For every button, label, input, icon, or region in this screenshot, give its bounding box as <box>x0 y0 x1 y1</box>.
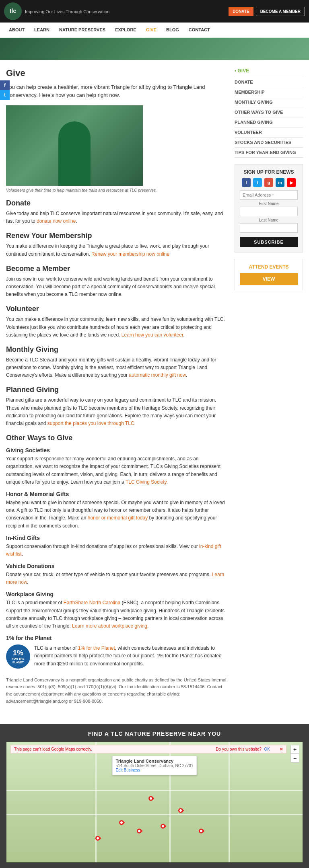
subscribe-button[interactable]: SUBSCRIBE <box>240 237 298 247</box>
giving-society-link[interactable]: TLC Giving Society <box>126 479 167 485</box>
attend-view-button[interactable]: VIEW <box>240 273 298 285</box>
section-text-donate: Give today and help TLC conserve importa… <box>6 210 227 225</box>
map-error: ✕ This page can't load Google Maps corre… <box>10 745 286 753</box>
renew-link[interactable]: Renew your membership now online <box>91 251 169 257</box>
twitter-strip-icon[interactable]: t <box>0 90 10 100</box>
map-pin-4[interactable] <box>136 828 142 835</box>
email-field[interactable] <box>240 190 298 200</box>
planned-link[interactable]: support the places you love through TLC <box>47 421 134 426</box>
section-text-honor-memorial: Maybe you want to give in honor of someo… <box>6 499 227 530</box>
enews-linkedin-icon[interactable]: in <box>276 178 284 187</box>
facebook-strip-icon[interactable]: f <box>0 80 10 90</box>
map-container: ✕ This page can't load Google Maps corre… <box>6 742 303 862</box>
enews-twitter-icon[interactable]: t <box>253 178 262 187</box>
sidebar-item-year-end: TIPS FOR YEAR-END GIVING <box>235 148 303 158</box>
section-text-one-percent: TLC is a member of 1% for the Planet, wh… <box>34 644 227 668</box>
section-text-monthly: Become a TLC Steward and your monthly gi… <box>6 356 227 380</box>
sidebar-link-monthly[interactable]: MONTHLY GIVING <box>235 97 303 107</box>
workplace-link[interactable]: Learn more about workplace giving <box>72 623 147 629</box>
sidebar-link-donate[interactable]: DONATE <box>235 77 303 87</box>
map-zoom-out[interactable]: − <box>290 754 299 763</box>
map-section-title: FIND A TLC NATURE PRESERVE NEAR YOU <box>6 731 303 737</box>
section-text-planned: Planned gifts are a wonderful way to car… <box>6 396 227 427</box>
planet-box: 1% FOR THEPLANET TLC is a member of 1% f… <box>6 644 227 671</box>
map-pin-1[interactable] <box>148 795 154 802</box>
section-title-monthly: Monthly Giving <box>6 345 227 354</box>
enews-googleplus-icon[interactable]: g <box>264 178 273 187</box>
page-intro: You can help create a healthier, more vi… <box>6 83 227 99</box>
first-name-field[interactable] <box>240 207 298 216</box>
sidebar-nav-list: DONATE MEMBERSHIP MONTHLY GIVING OTHER W… <box>235 77 303 158</box>
sidebar-item-other: OTHER WAYS TO GIVE <box>235 107 303 117</box>
first-name-label: First Name <box>240 201 298 206</box>
section-text-workplace: TLC is a proud member of EarthShare Nort… <box>6 599 227 630</box>
sidebar: • GIVE DONATE MEMBERSHIP MONTHLY GIVING … <box>235 68 303 708</box>
nav-give[interactable]: GIVE <box>141 23 161 37</box>
volunteer-image <box>6 105 143 186</box>
donate-button[interactable]: DONATE <box>229 7 253 16</box>
sidebar-nav: • GIVE DONATE MEMBERSHIP MONTHLY GIVING … <box>235 68 303 158</box>
nav-contact[interactable]: CONTACT <box>184 23 215 37</box>
section-text-renew: You make a difference in keeping the Tri… <box>6 242 227 258</box>
last-name-field[interactable] <box>240 223 298 233</box>
nav-nature-preserves[interactable]: NATURE PRESERVES <box>54 23 110 37</box>
monthly-gift-link[interactable]: automatic monthly gift now <box>129 372 185 378</box>
map-zoom-in[interactable]: + <box>290 745 299 754</box>
sidebar-link-stocks[interactable]: STOCKS AND SECURITIES <box>235 137 303 147</box>
enews-box: SIGN UP FOR ENEWS f t g in ▶ First Name … <box>235 164 303 252</box>
vehicle-link[interactable]: Learn more now <box>6 572 224 585</box>
attend-events-title: ATTEND EVENTS <box>240 264 298 270</box>
hero-banner <box>0 38 309 60</box>
tagline: Improving Our Lives Through Conservation <box>25 8 109 14</box>
map-pin-7[interactable] <box>198 828 205 835</box>
sidebar-link-other[interactable]: OTHER WAYS TO GIVE <box>235 107 303 117</box>
one-percent-logo: 1% FOR THEPLANET <box>6 644 30 669</box>
map-section: FIND A TLC NATURE PRESERVE NEAR YOU ✕ Th… <box>0 724 309 868</box>
volunteer-link[interactable]: Learn how you can volunteer <box>122 332 183 338</box>
enews-facebook-icon[interactable]: f <box>242 178 251 187</box>
logo-area: tlc Improving Our Lives Through Conserva… <box>4 2 109 20</box>
nav-learn[interactable]: LEARN <box>29 23 54 37</box>
one-percent-link[interactable]: 1% for the Planet <box>78 645 115 651</box>
section-text-in-kind: Support conservation through in-kind don… <box>6 543 227 558</box>
nav-explore[interactable]: EXPLORE <box>110 23 141 37</box>
map-pin-2[interactable] <box>118 819 125 826</box>
in-kind-link[interactable]: in-kind gift wishlist <box>6 544 221 557</box>
subsection-one-percent: 1% for the Planet <box>6 635 227 641</box>
tax-text: Triangle Land Conservancy is a nonprofit… <box>6 677 227 705</box>
sidebar-link-volunteer[interactable]: VOLUNTEER <box>235 127 303 137</box>
enews-youtube-icon[interactable]: ▶ <box>287 178 296 187</box>
social-strip: f t <box>0 80 10 100</box>
nav-about[interactable]: ABOUT <box>4 23 29 37</box>
map-error-close[interactable]: ✕ <box>280 747 283 751</box>
sidebar-item-membership: MEMBERSHIP <box>235 87 303 97</box>
sidebar-item-stocks: STOCKS AND SECURITIES <box>235 137 303 148</box>
subsection-vehicle: Vehicle Donations <box>6 563 227 569</box>
sidebar-link-year-end[interactable]: TIPS FOR YEAR-END GIVING <box>235 148 303 157</box>
map-popup: Triangle Land Conservancy 514 South Duke… <box>112 756 197 775</box>
sidebar-item-monthly: MONTHLY GIVING <box>235 97 303 107</box>
enews-title: SIGN UP FOR ENEWS <box>240 169 298 175</box>
nav-blog[interactable]: BLOG <box>161 23 184 37</box>
top-buttons: DONATE BECOME A MEMBER <box>229 7 305 16</box>
map-pin-6[interactable] <box>177 807 184 814</box>
subsection-giving-societies: Giving Societies <box>6 447 227 453</box>
enews-social-icons: f t g in ▶ <box>240 178 298 187</box>
become-member-button[interactable]: BECOME A MEMBER <box>256 7 305 16</box>
sidebar-link-planned[interactable]: PLANNED GIVING <box>235 117 303 127</box>
section-title-planned: Planned Giving <box>6 386 227 394</box>
honor-memorial-link[interactable]: honor or memorial gift today <box>88 515 148 521</box>
sidebar-link-membership[interactable]: MEMBERSHIP <box>235 87 303 97</box>
popup-edit-link[interactable]: Edit Business <box>116 768 140 772</box>
section-title-other: Other Ways to Give <box>6 434 227 442</box>
donate-link[interactable]: donate now online <box>37 218 76 224</box>
page-layout: Give You can help create a healthier, mo… <box>0 60 309 716</box>
volunteer-caption: Volunteers give their time to help maint… <box>6 188 227 193</box>
map-pin-3[interactable] <box>159 823 166 830</box>
map-ok-link[interactable]: OK <box>264 747 270 751</box>
attend-events-box: ATTEND EVENTS VIEW <box>235 259 303 290</box>
main-content: Give You can help create a healthier, mo… <box>6 68 235 708</box>
section-title-member: Become a Member <box>6 265 227 273</box>
section-text-vehicle: Donate your car, truck, or other type of… <box>6 571 227 586</box>
earthshare-link[interactable]: EarthShare North Carolina <box>64 600 120 605</box>
